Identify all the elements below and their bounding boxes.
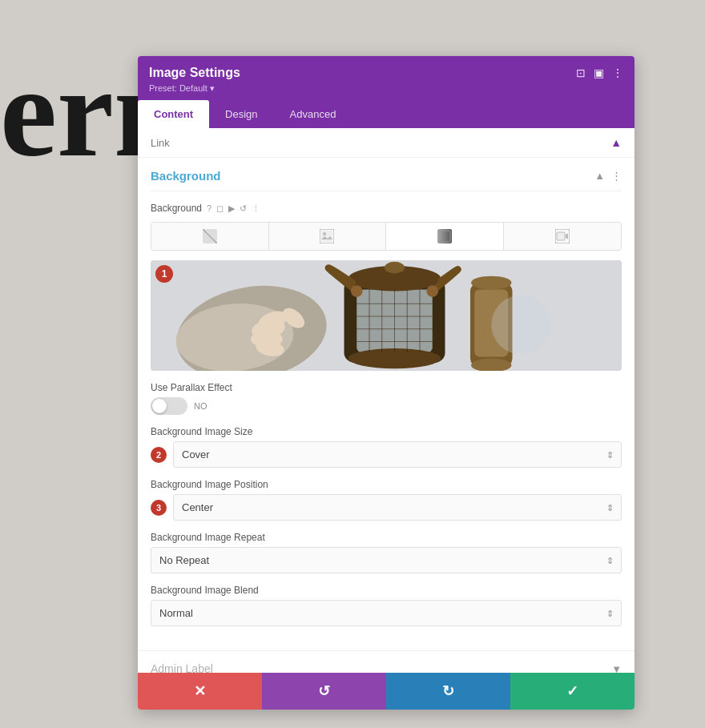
parallax-toggle[interactable]: [151, 397, 187, 415]
step-badge-3: 3: [151, 500, 167, 516]
toggle-label: NO: [194, 401, 207, 411]
preset-label[interactable]: Preset: Default ▾: [149, 83, 623, 94]
bg-image-preview[interactable]: 1: [151, 260, 622, 371]
image-blend-label: Background Image Blend: [151, 585, 622, 596]
tabs: Content Design Advanced: [138, 100, 634, 128]
link-arrow-icon: ▲: [610, 136, 622, 149]
bg-type-none[interactable]: [151, 223, 269, 250]
image-repeat-field: Background Image Repeat No Repeat Repeat…: [151, 532, 622, 573]
panel-footer: ✕ ↺ ↻ ✓: [138, 673, 634, 710]
image-position-label: Background Image Position: [151, 479, 622, 490]
image-repeat-wrapper: No Repeat Repeat Repeat X Repeat Y ⇕: [151, 547, 622, 573]
background-section: Background ▲ ⋮ Background ? ◻ ▶ ↺ ⋮: [138, 158, 634, 650]
image-settings-panel: Image Settings ⊡ ▣ ⋮ Preset: Default ▾ C…: [138, 56, 634, 710]
link-row[interactable]: Link ▲: [138, 128, 634, 158]
more-icon[interactable]: ⋮: [612, 66, 623, 79]
bg-type-tabs: [151, 222, 622, 251]
bg-label: Background: [151, 203, 202, 214]
bg-type-color[interactable]: [269, 223, 387, 250]
header-icons: ⊡ ▣ ⋮: [576, 66, 623, 79]
step-badge-1: 1: [155, 265, 173, 283]
redo-button[interactable]: ↻: [386, 673, 510, 710]
panel-header: Image Settings ⊡ ▣ ⋮ Preset: Default ▾: [138, 56, 634, 100]
collapse-icon[interactable]: ▲: [594, 170, 605, 182]
image-size-label: Background Image Size: [151, 426, 622, 437]
link-label: Link: [151, 137, 170, 149]
save-button[interactable]: ✓: [510, 673, 634, 710]
step-badge-2: 2: [151, 447, 167, 463]
bg-type-video[interactable]: [504, 223, 622, 250]
tab-advanced[interactable]: Advanced: [274, 100, 352, 128]
section-controls: ▲ ⋮: [594, 170, 622, 182]
bg-help-icon[interactable]: ?: [207, 203, 212, 213]
svg-point-17: [351, 285, 363, 297]
image-blend-select[interactable]: Normal Multiply Screen Overlay: [151, 600, 622, 626]
reset-button[interactable]: ↺: [262, 673, 386, 710]
image-position-field: Background Image Position 3 Center Top L…: [151, 479, 622, 521]
panel-title: Image Settings: [149, 66, 240, 80]
svg-point-18: [426, 285, 438, 297]
svg-rect-3: [321, 231, 332, 242]
image-position-select[interactable]: Center Top Left Top Center Top Right Cen…: [173, 494, 622, 521]
svg-rect-8: [557, 232, 565, 240]
svg-point-32: [491, 296, 550, 355]
svg-point-30: [471, 276, 511, 290]
bg-reset-icon[interactable]: ↺: [240, 203, 247, 214]
parallax-label: Use Parallax Effect: [151, 382, 622, 393]
image-blend-field: Background Image Blend Normal Multiply S…: [151, 585, 622, 626]
toggle-row: NO: [151, 397, 622, 415]
cancel-button[interactable]: ✕: [138, 673, 262, 710]
image-size-select[interactable]: Cover Contain Auto Initial: [173, 441, 622, 468]
bg-cursor-icon[interactable]: ▶: [228, 203, 235, 214]
admin-label-expand-icon[interactable]: ▼: [611, 663, 622, 674]
section-more-icon[interactable]: ⋮: [611, 170, 622, 182]
bg-more-icon[interactable]: ⋮: [252, 203, 260, 214]
screen-icon[interactable]: ⊡: [576, 66, 586, 79]
svg-point-16: [385, 262, 405, 274]
panel-body: Link ▲ Background ▲ ⋮ Background ? ◻ ▶ ↺…: [138, 128, 634, 673]
parallax-field: Use Parallax Effect NO: [151, 382, 622, 415]
toggle-knob: [152, 399, 167, 413]
section-title: Background: [151, 169, 221, 183]
section-header: Background ▲ ⋮: [151, 158, 622, 191]
image-blend-wrapper: Normal Multiply Screen Overlay ⇕: [151, 600, 622, 626]
svg-point-4: [323, 232, 326, 235]
bg-label-row: Background ? ◻ ▶ ↺ ⋮: [151, 203, 622, 214]
svg-rect-5: [437, 229, 452, 243]
tab-design[interactable]: Design: [209, 100, 273, 128]
admin-label-title: Admin Label: [151, 662, 213, 673]
tab-content[interactable]: Content: [138, 100, 209, 128]
bg-copy-icon[interactable]: ◻: [216, 203, 224, 214]
image-size-field: Background Image Size 2 Cover Contain Au…: [151, 426, 622, 468]
columns-icon[interactable]: ▣: [594, 66, 604, 79]
image-repeat-label: Background Image Repeat: [151, 532, 622, 543]
image-repeat-select[interactable]: No Repeat Repeat Repeat X Repeat Y: [151, 547, 622, 573]
admin-label-section: Admin Label ▼: [138, 650, 634, 673]
bg-type-gradient[interactable]: [386, 223, 504, 250]
